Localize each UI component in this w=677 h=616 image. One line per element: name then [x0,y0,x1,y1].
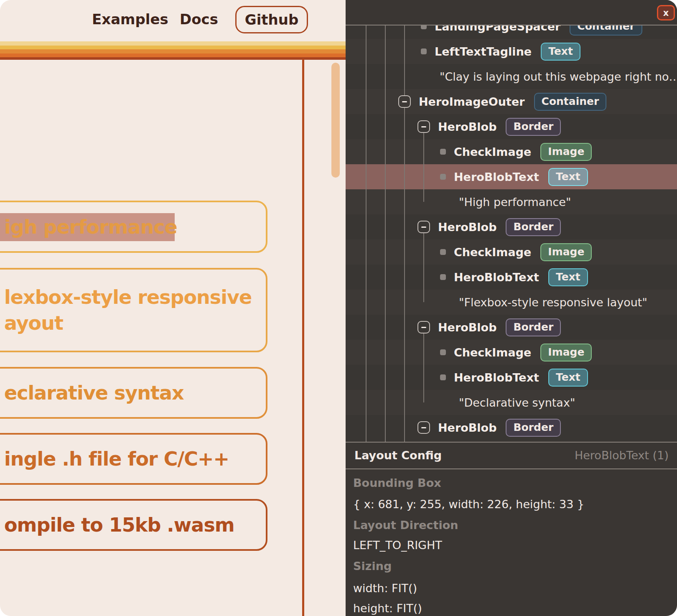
feature-box: ingle .h file for C/C++ [0,433,267,485]
config-property-label: Bounding Box [353,476,441,489]
element-bullet-icon [440,249,446,255]
feature-box: eclarative syntax [0,367,267,419]
feature-box: igh performance [0,201,267,253]
element-name: HeroBlob [438,221,496,234]
layout-config-title: Layout Config [354,449,442,462]
tree-row[interactable]: LeftTextTaglineText [346,39,677,64]
feature-text: ingle .h file for C/C++ [4,446,266,472]
minus-icon [402,101,407,102]
minus-icon [421,427,426,428]
element-type-badge: Border [506,218,561,236]
tree-row[interactable]: CheckImageImage [346,139,677,164]
feature-text: lexbox-style responsive [4,284,266,310]
element-text-content: "Declarative syntax" [459,396,575,409]
minus-icon [421,327,426,328]
element-type-badge: Border [506,318,561,336]
element-name: CheckImage [454,346,531,359]
tree-row[interactable]: HeroBlobBorder [346,315,677,340]
header-separator [346,25,677,25]
tree-row-quote[interactable]: "Clay is laying out this webpage right n… [346,64,677,89]
config-property-value: { x: 681, y: 255, width: 226, height: 33… [353,498,584,511]
config-property-label: Layout Direction [353,519,458,532]
tree-row-quote[interactable]: "Declarative syntax" [346,390,677,415]
config-separator [346,468,677,469]
collapse-toggle[interactable] [417,421,430,434]
tree-config-separator [346,442,677,443]
element-bullet-icon [440,149,446,155]
element-type-badge: Border [506,419,561,437]
element-name: HeroBlob [438,321,496,334]
element-type-badge: Border [506,118,561,136]
element-bullet-icon [421,48,427,54]
element-bullet-icon [440,274,446,280]
element-tree: LandingPageSpacerContainerLeftTextTaglin… [346,14,677,440]
tree-row-quote[interactable]: "High performance" [346,189,677,214]
element-name: HeroBlobText [454,271,539,284]
close-button[interactable]: x [657,5,675,20]
element-name: HeroBlob [438,120,496,133]
debug-panel-header [346,0,677,25]
tree-row[interactable]: HeroBlobBorder [346,114,677,139]
tree-row[interactable]: HeroBlobBorder [346,415,677,440]
collapse-toggle[interactable] [417,120,430,133]
feature-box: ompile to 15kb .wasm [0,499,267,551]
element-bullet-icon [440,349,446,355]
tree-row[interactable]: CheckImageImage [346,239,677,265]
element-text-content: "Flexbox-style responsive layout" [459,296,647,309]
element-name: CheckImage [454,145,531,158]
tree-guide-line [385,25,386,442]
element-type-badge: Image [540,243,592,261]
collapse-toggle[interactable] [417,221,430,233]
tree-row[interactable]: HeroImageOuterContainer [346,89,677,114]
element-type-badge: Text [548,268,588,286]
collapse-toggle[interactable] [398,95,411,108]
vertical-divider [302,59,304,616]
element-type-badge: Image [540,143,592,161]
element-bullet-icon [440,174,446,180]
element-name: CheckImage [454,246,531,259]
minus-icon [421,227,426,228]
element-type-badge: Text [548,369,588,387]
element-bullet-icon [440,374,446,380]
tree-guide-line [423,326,424,402]
element-text-content: "High performance" [459,196,571,209]
nav-link-examples[interactable]: Examples [92,11,168,28]
tree-guide-line [423,125,424,202]
element-name: HeroImageOuter [419,95,525,108]
clay-debug-panel: LandingPageSpacerContainerLeftTextTaglin… [346,0,677,616]
selected-element-label: HeroBlobText (1) [575,449,669,462]
collapse-toggle[interactable] [417,321,430,333]
element-name: HeroBlob [438,421,496,434]
element-name: LeftTextTagline [435,45,532,58]
element-text-content: "Clay is laying out this webpage right n… [440,70,677,83]
tree-row[interactable]: HeroBlobTextText [346,365,677,390]
minus-icon [421,126,426,127]
config-property-value: LEFT_TO_RIGHT [353,539,442,552]
page: Examples Docs Github igh performancelexb… [0,0,677,616]
config-property-label: Sizing [353,560,392,573]
element-type-badge: Image [540,344,592,361]
tree-row-quote[interactable]: "Flexbox-style responsive layout" [346,290,677,315]
element-type-badge: Container [534,93,607,111]
tree-row[interactable]: HeroBlobTextText [346,265,677,290]
element-type-badge: Text [541,43,580,61]
tree-row[interactable]: HeroBlobBorder [346,214,677,239]
feature-box: lexbox-style responsiveayout [0,268,267,352]
element-name: HeroBlobText [454,171,539,183]
tree-row-selected[interactable]: HeroBlobTextText [346,164,677,189]
scrollbar-thumb[interactable] [331,63,340,178]
tree-guide-line [423,226,424,302]
feature-text: eclarative syntax [4,380,266,406]
tree-guide-line [366,25,366,442]
feature-text: igh performance [4,214,266,240]
element-name: HeroBlobText [454,371,539,384]
nav-link-docs[interactable]: Docs [180,11,218,28]
config-property-value: height: FIT() [353,602,422,615]
tree-row[interactable]: CheckImageImage [346,340,677,365]
config-property-value: width: FIT() [353,582,417,595]
element-type-badge: Text [548,168,588,186]
tree-guide-line [404,25,405,442]
feature-text: ompile to 15kb .wasm [4,512,266,538]
feature-text: ayout [4,310,266,336]
github-button[interactable]: Github [235,6,308,33]
